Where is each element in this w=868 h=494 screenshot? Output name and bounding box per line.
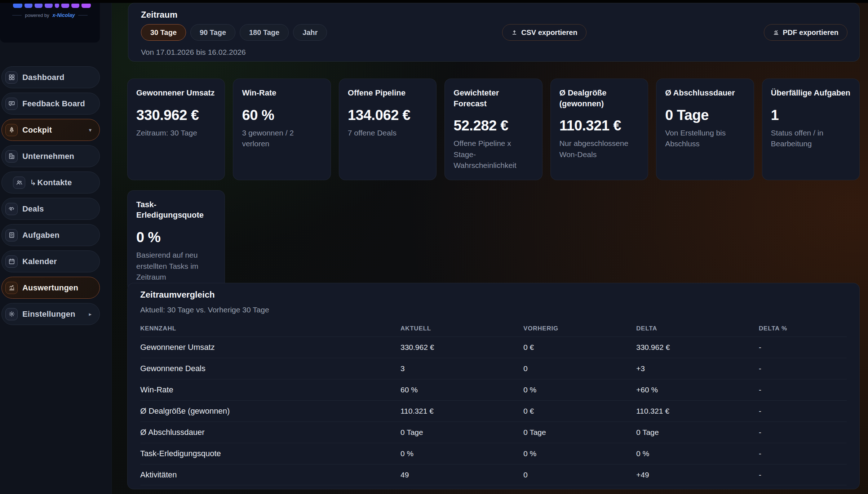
cell-kennzahl: Aktivitäten bbox=[140, 470, 400, 480]
cell-kennzahl: Ø Abschlussdauer bbox=[140, 428, 400, 437]
csv-export-label: CSV exportieren bbox=[521, 28, 577, 37]
range-button-30-tage[interactable]: 30 Tage bbox=[141, 24, 186, 41]
cell-vorherig: 0 Tage bbox=[523, 428, 636, 437]
cell-vorherig: 0 bbox=[523, 364, 636, 373]
kpi-card-win-rate: Win-Rate 60 % 3 gewonnen / 2 verloren bbox=[233, 79, 331, 180]
sidebar-item-label: Kontakte bbox=[37, 178, 72, 187]
cell-kennzahl: Gewonnene Deals bbox=[140, 364, 400, 373]
kpi-card-ueberfaellige-aufgaben: Überfällige Aufgaben 1 Status offen / in… bbox=[762, 79, 860, 180]
top-strip bbox=[0, 0, 868, 3]
sidebar-item-einstellungen[interactable]: Einstellungen ▸ bbox=[1, 303, 100, 325]
kpi-title: Gewonnener Umsatz bbox=[136, 88, 216, 98]
range-button-90-tage[interactable]: 90 Tage bbox=[190, 24, 235, 41]
zeitraum-panel: Zeitraum 30 Tage 90 Tage 180 Tage Jahr C… bbox=[128, 3, 860, 62]
sidebar-nav: Dashboard Feedback Board Cockpit ▾ U bbox=[1, 66, 100, 325]
cell-delta: 110.321 € bbox=[636, 407, 759, 415]
kpi-value: 60 % bbox=[242, 107, 322, 123]
kpi-subtitle: Status offen / in Bearbeitung bbox=[771, 128, 851, 150]
kpi-subtitle: Nur abgeschlossene Won-Deals bbox=[559, 138, 639, 160]
cell-kennzahl: Gewonnener Umsatz bbox=[140, 343, 400, 352]
chart-icon bbox=[773, 29, 779, 36]
column-header: VORHERIG bbox=[523, 325, 636, 332]
grid-icon bbox=[5, 71, 18, 84]
sidebar-item-label: Einstellungen bbox=[22, 310, 75, 319]
cell-kennzahl: Ø Dealgröße (gewonnen) bbox=[140, 406, 400, 416]
table-row: Ø Dealgröße (gewonnen) 110.321 € 0 € 110… bbox=[140, 400, 847, 422]
zeitraum-title: Zeitraum bbox=[141, 10, 177, 20]
sidebar-item-dashboard[interactable]: Dashboard bbox=[1, 66, 100, 88]
kpi-card-dealgroesse: Ø Dealgröße (gewonnen) 110.321 € Nur abg… bbox=[550, 79, 648, 180]
sidebar-item-label: Kalender bbox=[22, 257, 57, 266]
sidebar-item-kontakte[interactable]: ↳ Kontakte bbox=[1, 172, 100, 193]
comparison-table: KENNZAHL AKTUELL VORHERIG DELTA DELTA % … bbox=[140, 321, 847, 485]
sidebar-item-feedback-board[interactable]: Feedback Board bbox=[1, 93, 100, 115]
calendar-icon bbox=[5, 255, 18, 268]
cell-kennzahl: Task-Erledigungsquote bbox=[140, 449, 400, 458]
cell-delta: +49 bbox=[636, 471, 759, 479]
kpi-subtitle: Von Erstellung bis Abschluss bbox=[665, 128, 745, 150]
kpi-card-gewonnener-umsatz: Gewonnener Umsatz 330.962 € Zeitraum: 30… bbox=[127, 79, 225, 180]
sidebar-item-auswertungen[interactable]: Auswertungen bbox=[1, 277, 100, 299]
cell-vorherig: 0 € bbox=[523, 343, 636, 352]
table-row: Gewonnener Umsatz 330.962 € 0 € 330.962 … bbox=[140, 337, 847, 358]
kpi-card-offene-pipeline: Offene Pipeline 134.062 € 7 offene Deals bbox=[339, 79, 437, 180]
table-row: Task-Erledigungsquote 0 % 0 % 0 % - bbox=[140, 443, 847, 464]
chevron-down-icon: ▾ bbox=[89, 127, 92, 133]
csv-export-button[interactable]: CSV exportieren bbox=[502, 24, 586, 41]
table-row: Win-Rate 60 % 0 % +60 % - bbox=[140, 379, 847, 400]
cell-vorherig: 0 € bbox=[523, 407, 636, 415]
comparison-title: Zeitraumvergleich bbox=[140, 290, 847, 300]
kpi-subtitle: Basierend auf neu erstellten Tasks im Ze… bbox=[136, 250, 216, 282]
sidebar-item-label: Deals bbox=[22, 204, 44, 214]
kpi-subtitle: 3 gewonnen / 2 verloren bbox=[242, 128, 322, 150]
table-row: Gewonnene Deals 3 0 +3 - bbox=[140, 358, 847, 379]
cell-aktuell: 3 bbox=[400, 364, 523, 373]
kpi-value: 0 Tage bbox=[665, 107, 745, 123]
kpi-title: Win-Rate bbox=[242, 88, 322, 98]
kpi-title: Ø Abschlussdauer bbox=[665, 88, 745, 98]
cell-aktuell: 49 bbox=[400, 471, 523, 479]
pdf-export-button[interactable]: PDF exportieren bbox=[764, 24, 847, 41]
rocket-icon bbox=[5, 124, 18, 136]
sidebar-item-kalender[interactable]: Kalender bbox=[1, 250, 100, 272]
kpi-title: Offene Pipeline bbox=[348, 88, 428, 98]
sidebar-item-aufgaben[interactable]: Aufgaben bbox=[1, 224, 100, 246]
kpi-card-abschlussdauer: Ø Abschlussdauer 0 Tage Von Erstellung b… bbox=[656, 79, 754, 180]
cell-delta: 0 Tage bbox=[636, 428, 759, 437]
checklist-icon bbox=[5, 229, 18, 241]
table-header-row: KENNZAHL AKTUELL VORHERIG DELTA DELTA % bbox=[140, 321, 847, 337]
cell-vorherig: 0 bbox=[523, 471, 636, 479]
app-window: powered by x-Nicolay Dashboard Feedback … bbox=[0, 0, 868, 494]
powered-by-brand: x-Nicolay bbox=[52, 12, 75, 18]
kpi-grid: Gewonnener Umsatz 330.962 € Zeitraum: 30… bbox=[127, 79, 860, 291]
cell-vorherig: 0 % bbox=[523, 386, 636, 394]
cell-aktuell: 110.321 € bbox=[400, 407, 523, 415]
brand-wordmark-cropped bbox=[13, 4, 91, 8]
kpi-value: 134.062 € bbox=[348, 107, 428, 123]
column-header: AKTUELL bbox=[400, 325, 523, 332]
cell-delta: 0 % bbox=[636, 449, 759, 458]
cell-aktuell: 0 % bbox=[400, 449, 523, 458]
sidebar-item-label: Unternehmen bbox=[22, 152, 74, 161]
kpi-value: 52.282 € bbox=[453, 117, 533, 134]
range-button-180-tage[interactable]: 180 Tage bbox=[240, 24, 289, 41]
sidebar-item-deals[interactable]: Deals bbox=[1, 198, 100, 220]
gear-icon bbox=[5, 308, 18, 320]
sidebar-item-unternehmen[interactable]: Unternehmen bbox=[1, 145, 100, 167]
upload-icon bbox=[511, 29, 518, 36]
powered-by-label: powered by bbox=[25, 13, 49, 18]
kpi-title: Task-Erledigungsquote bbox=[136, 199, 216, 221]
cell-delta-pct: - bbox=[759, 449, 847, 458]
sidebar-item-label: Cockpit bbox=[22, 125, 52, 135]
table-row: Aktivitäten 49 0 +49 - bbox=[140, 464, 847, 485]
range-filter-group: 30 Tage 90 Tage 180 Tage Jahr bbox=[141, 24, 327, 41]
users-icon bbox=[13, 177, 25, 189]
sidebar-item-label: Aufgaben bbox=[22, 231, 59, 240]
kpi-subtitle: Offene Pipeline x Stage-Wahrscheinlichke… bbox=[453, 138, 533, 171]
kpi-card-task-erledigungsquote: Task-Erledigungsquote 0 % Basierend auf … bbox=[127, 190, 225, 292]
sidebar-item-cockpit[interactable]: Cockpit ▾ bbox=[1, 119, 100, 141]
cell-delta: +3 bbox=[636, 364, 759, 373]
range-button-jahr[interactable]: Jahr bbox=[293, 24, 327, 41]
cell-delta-pct: - bbox=[759, 471, 847, 479]
main-content: Zeitraum 30 Tage 90 Tage 180 Tage Jahr C… bbox=[112, 3, 868, 494]
